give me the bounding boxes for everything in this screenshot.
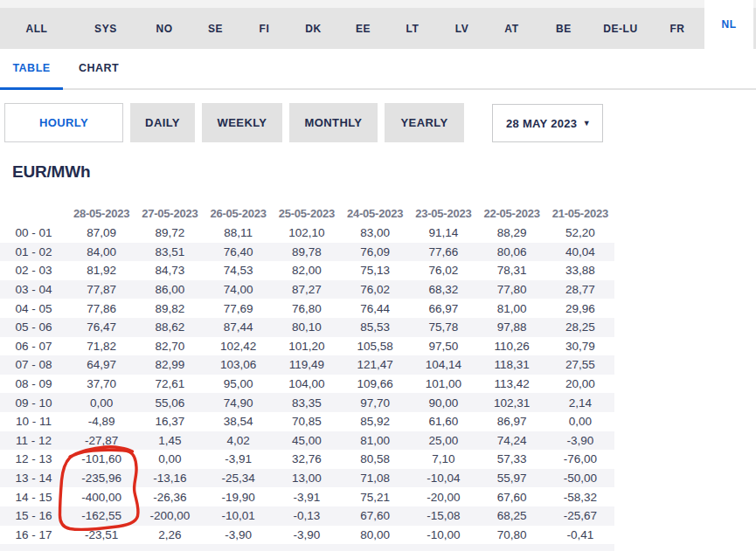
period-button-label: MONTHLY — [305, 116, 363, 129]
country-tab[interactable]: FI — [240, 8, 288, 49]
price-cell: 74,53 — [205, 261, 273, 280]
price-cell: -76,00 — [546, 450, 614, 469]
price-cell: 77,80 — [478, 280, 546, 300]
price-cell: 75,78 — [409, 318, 477, 337]
price-cell: 103,06 — [205, 355, 273, 375]
price-cell: 74,24 — [478, 431, 546, 451]
country-tab[interactable]: SE — [191, 8, 240, 49]
price-cell: 28,77 — [546, 280, 614, 300]
price-cell: 55,06 — [135, 393, 204, 412]
price-cell: -25,34 — [205, 469, 273, 488]
table-row: 16 - 17 -23,51 2,26 -3,90 -3,90 80,00 -1… — [0, 526, 614, 545]
country-tab-label: BE — [556, 23, 572, 35]
country-tab[interactable]: DE-LU — [591, 8, 650, 49]
price-cell: 81,92 — [67, 261, 135, 280]
price-cell: 81,00 — [478, 299, 546, 318]
price-cell: 66,97 — [409, 299, 477, 318]
price-cell: 85,92 — [341, 412, 409, 431]
price-cell: 67,60 — [341, 506, 409, 526]
country-tab[interactable]: BE — [537, 8, 591, 49]
price-cell: 97,50 — [409, 337, 477, 356]
price-cell: 84,73 — [135, 261, 204, 280]
price-cell: 13,00 — [273, 469, 341, 488]
price-cell: -13,16 — [135, 469, 204, 488]
country-tab[interactable]: SYS — [73, 8, 138, 49]
price-cell: 0,00 — [67, 393, 135, 412]
date-column-header: 21-05-2023 — [546, 203, 614, 224]
price-cell: -10,00 — [409, 526, 477, 545]
table-row: 10 - 11 -4,89 16,37 38,54 70,85 85,92 61… — [0, 412, 614, 431]
hour-range-cell: 11 - 12 — [0, 431, 67, 451]
price-cell: 85,53 — [341, 318, 409, 337]
price-cell: 61,60 — [409, 412, 477, 431]
price-cell: 95,00 — [205, 375, 273, 394]
period-button[interactable]: HOURLY — [4, 103, 123, 142]
chevron-down-icon: ▼ — [583, 119, 591, 127]
price-cell: 30,79 — [546, 337, 614, 356]
price-cell: -23,51 — [67, 526, 135, 545]
hour-range-cell: 16 - 17 — [0, 526, 67, 545]
table-row: 02 - 03 81,92 84,73 74,53 82,00 75,13 76… — [0, 261, 614, 280]
view-tab[interactable]: TABLE — [0, 49, 63, 90]
price-cell: 29,96 — [546, 299, 614, 318]
country-tab[interactable]: FR — [650, 8, 704, 49]
period-button[interactable]: YEARLY — [385, 103, 464, 142]
date-column-header: 27-05-2023 — [135, 203, 204, 224]
price-cell: 90,00 — [409, 393, 477, 412]
country-tab[interactable]: LV — [437, 8, 487, 49]
price-cell: -162,55 — [67, 506, 135, 526]
price-cell: -400,00 — [67, 487, 135, 506]
hour-range-cell: 15 - 16 — [0, 506, 67, 526]
country-tab[interactable]: ALL — [0, 8, 73, 49]
period-button[interactable]: MONTHLY — [289, 103, 378, 142]
price-cell: 82,00 — [273, 261, 341, 280]
price-cell: 0,00 — [546, 412, 614, 431]
price-cell: -3,91 — [273, 487, 341, 506]
date-dropdown[interactable]: 28 MAY 2023 ▼ — [492, 104, 603, 142]
view-tab[interactable]: CHART — [73, 49, 124, 90]
country-tab[interactable]: EE — [338, 8, 388, 49]
period-button[interactable]: DAILY — [130, 103, 195, 142]
date-column-header: 26-05-2023 — [205, 203, 273, 224]
hour-range-cell: 13 - 14 — [0, 469, 67, 488]
price-cell: 68,32 — [409, 280, 477, 300]
price-cell: 121,47 — [341, 355, 409, 375]
price-cell: 91,14 — [409, 224, 477, 243]
table-row: 05 - 06 76,47 88,62 87,44 80,10 85,53 75… — [0, 318, 614, 337]
price-cell: 74,00 — [205, 280, 273, 300]
price-cell: 2,26 — [135, 526, 204, 545]
hour-range-cell: 03 - 04 — [0, 280, 67, 300]
hour-range-cell: 08 - 09 — [0, 375, 67, 394]
country-tab-label: LT — [406, 23, 420, 35]
country-tab[interactable]: DK — [288, 8, 338, 49]
country-tab[interactable]: NO — [138, 8, 191, 49]
price-cell: 83,51 — [135, 243, 204, 262]
price-cell: -19,90 — [205, 487, 273, 506]
country-tab[interactable]: LT — [388, 8, 437, 49]
price-cell: 40,04 — [546, 243, 614, 262]
price-cell: 77,69 — [205, 299, 273, 318]
country-tab[interactable]: AT — [487, 8, 537, 49]
country-tab-label: AT — [504, 23, 518, 35]
table-row: 03 - 04 77,87 86,00 74,00 87,27 76,02 68… — [0, 280, 614, 300]
price-cell: 76,02 — [409, 261, 477, 280]
table-row: 13 - 14 -235,96 -13,16 -25,34 13,00 71,0… — [0, 469, 614, 488]
price-cell: 27,55 — [546, 355, 614, 375]
price-cell: -50,00 — [546, 469, 614, 488]
price-cell: 89,82 — [135, 299, 204, 318]
price-cell: 83,00 — [341, 224, 409, 243]
price-cell: 76,47 — [67, 318, 135, 337]
price-cell: -3,91 — [205, 450, 273, 469]
country-tab-bar: ALL SYS NO SE FI DK — [0, 0, 756, 49]
price-cell: -25,67 — [546, 506, 614, 526]
period-button-label: DAILY — [145, 116, 180, 129]
period-button[interactable]: WEEKLY — [202, 103, 282, 142]
price-cell: 101,00 — [409, 375, 477, 394]
price-cell: -10,01 — [205, 506, 273, 526]
price-cell: -26,36 — [135, 487, 204, 506]
price-cell: -3,90 — [205, 526, 273, 545]
table-row: 06 - 07 71,82 82,70 102,42 101,20 105,58… — [0, 337, 614, 356]
table-row: 08 - 09 37,70 72,61 95,00 104,00 109,66 … — [0, 375, 614, 394]
country-tab[interactable]: NL — [704, 0, 753, 49]
country-tabs: ALL SYS NO SE FI DK — [0, 8, 756, 49]
